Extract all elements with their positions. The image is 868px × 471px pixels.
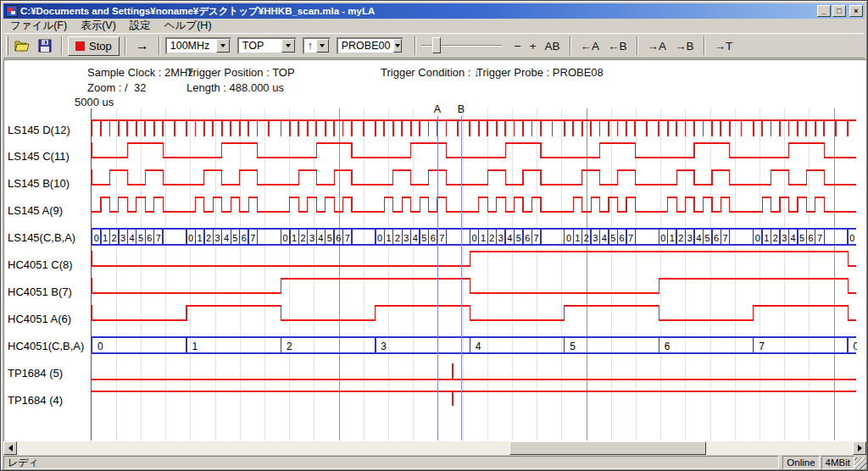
app-icon (6, 5, 18, 17)
move-a-right-button[interactable]: →A (643, 38, 671, 54)
waveform-client-area: Sample Clock : 2MHz Trigger Position : T… (3, 59, 866, 441)
window-title: C:¥Documents and Settings¥noname¥デスクトップ¥… (20, 5, 815, 18)
trigger-probe-value: PROBE00 (338, 40, 394, 52)
save-button[interactable] (34, 36, 56, 56)
move-b-left-button[interactable]: ←B (604, 38, 632, 54)
trigger-position-select[interactable]: TOP (237, 37, 297, 54)
zoom-slider[interactable] (421, 36, 502, 55)
resize-grip-icon[interactable] (854, 457, 866, 469)
minimize-button[interactable]: _ (817, 5, 831, 17)
move-a-left-button[interactable]: ←A (576, 38, 604, 54)
toolbar-separator (704, 36, 705, 55)
chevron-down-icon[interactable] (316, 39, 329, 53)
zoom-slider-thumb[interactable] (432, 37, 441, 53)
triangle-right-icon (858, 445, 862, 452)
ab-cursors-button[interactable]: AB (541, 38, 565, 54)
status-online: Online (782, 456, 819, 469)
zoom-out-button[interactable]: − (510, 38, 526, 54)
toolbar-separator (637, 36, 638, 55)
toolbar-separator (125, 36, 126, 55)
app-window: C:¥Documents and Settings¥noname¥デスクトップ¥… (0, 0, 868, 471)
toolbar-grip[interactable] (6, 36, 8, 55)
menu-help[interactable]: ヘルプ(H) (158, 18, 219, 34)
triangle-left-icon (8, 445, 13, 452)
scrollbar-thumb[interactable] (509, 441, 706, 455)
stop-icon (75, 42, 85, 51)
title-bar[interactable]: C:¥Documents and Settings¥noname¥デスクトップ¥… (3, 3, 865, 19)
toolbar: Stop → 100MHz TOP ↑ PROBE00 − + AB ←A (3, 33, 865, 58)
toolbar-separator (415, 36, 416, 55)
chevron-down-icon[interactable] (216, 39, 230, 53)
status-message: レディ (3, 456, 779, 469)
trigger-edge-value: ↑ (304, 40, 316, 52)
run-button[interactable]: → (131, 36, 153, 56)
close-button[interactable]: × (849, 5, 863, 17)
trigger-edge-select[interactable]: ↑ (303, 37, 331, 54)
zoom-text: Zoom : / 32 (87, 81, 146, 94)
toolbar-separator (570, 36, 571, 55)
open-file-button[interactable] (12, 36, 34, 56)
trigger-position-text: Trigger Position : TOP (186, 66, 295, 79)
trigger-probe-select[interactable]: PROBE00 (337, 37, 403, 54)
menu-file[interactable]: ファイル(F) (3, 18, 74, 34)
chevron-down-icon[interactable] (281, 39, 295, 53)
menu-view[interactable]: 表示(V) (74, 18, 123, 34)
goto-trigger-button[interactable]: →T (710, 38, 737, 54)
horizontal-scrollbar[interactable] (3, 441, 866, 455)
maximize-button[interactable]: □ (832, 5, 846, 17)
menu-settings[interactable]: 設定 (123, 18, 158, 34)
toolbar-separator (61, 36, 63, 55)
stop-label: Stop (89, 40, 112, 53)
time-scale-label: 5000 us (75, 96, 114, 108)
scroll-right-button[interactable] (853, 441, 866, 455)
move-b-right-button[interactable]: →B (670, 38, 698, 54)
menu-bar: ファイル(F) 表示(V) 設定 ヘルプ(H) (3, 19, 865, 33)
stop-button[interactable]: Stop (68, 36, 120, 56)
trigger-position-value: TOP (239, 40, 281, 52)
sample-clock-text: Sample Clock : 2MHz (87, 66, 193, 79)
toolbar-separator (159, 36, 160, 55)
trigger-condition-text: Trigger Condition : ↓ (381, 66, 480, 79)
clock-select[interactable]: 100MHz (165, 37, 231, 54)
chevron-down-icon[interactable] (393, 39, 401, 53)
status-memory: 4MBit (821, 456, 854, 469)
trigger-probe-text: Trigger Probe : PROBE08 (476, 66, 604, 79)
open-folder-icon (14, 39, 31, 53)
zoom-in-button[interactable]: + (526, 38, 541, 54)
floppy-disk-icon (38, 39, 52, 53)
scroll-left-button[interactable] (3, 441, 17, 455)
clock-value: 100MHz (167, 40, 216, 52)
status-bar: レディ Online 4MBit (3, 456, 866, 469)
length-text: Length : 488.000 us (186, 81, 284, 94)
